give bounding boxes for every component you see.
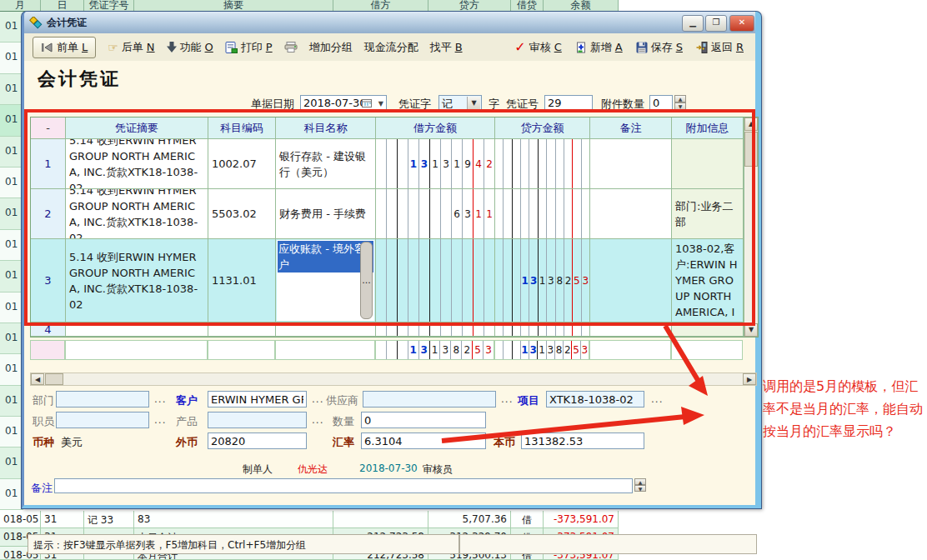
voucher-word-select[interactable]: 记 ▼ <box>438 95 482 112</box>
spin-up-icon[interactable]: ▲ <box>674 95 686 102</box>
grid-column-header[interactable]: 凭证摘要 <box>66 118 208 139</box>
restore-button[interactable]: ❐ <box>705 15 727 32</box>
spin-up-icon[interactable]: ▲ <box>634 478 646 485</box>
quantity-input[interactable] <box>361 412 486 428</box>
grid-cell-account-code[interactable]: 1131.01 <box>208 239 276 322</box>
grid-cell-note[interactable] <box>590 139 672 189</box>
balance-button[interactable]: 找平B <box>430 40 463 55</box>
foreign-amount-input[interactable] <box>208 432 307 449</box>
digit-cell <box>539 139 547 188</box>
minimize-button[interactable]: ▁ <box>682 15 704 32</box>
local-amount-input[interactable] <box>521 432 644 449</box>
supplier-lookup-button[interactable]: ... <box>501 393 513 405</box>
grid-cell-account-code[interactable]: 5503.02 <box>208 189 276 239</box>
customer-lookup-button[interactable]: ... <box>312 393 323 405</box>
product-lookup-button[interactable]: ... <box>312 414 323 426</box>
scrollbar-thumb[interactable] <box>744 132 758 167</box>
customer-input[interactable] <box>208 391 307 408</box>
calendar-icon[interactable] <box>362 98 372 111</box>
grid-cell-extra-info[interactable]: 项目:XTK18-1038-02,客户:ERWIN HYMER GROUP NO… <box>672 239 744 322</box>
project-lookup-button[interactable]: ... <box>651 393 663 405</box>
grid-cell-note[interactable] <box>590 189 672 239</box>
grid-cell-credit-amount[interactable] <box>495 189 590 239</box>
product-label: 产品 <box>176 414 198 429</box>
printer-button[interactable] <box>284 42 298 52</box>
grid-cell-summary[interactable]: 5.14 收到ERWIN HYMER GROUP NORTH AMERICA, … <box>66 189 208 239</box>
dept-input[interactable] <box>56 391 149 408</box>
grid-cell-debit-amount[interactable]: 6311 <box>376 189 495 239</box>
voucher-no-input[interactable]: 29 <box>544 95 593 112</box>
save-button[interactable]: 保存S <box>636 40 683 55</box>
window-titlebar[interactable]: 会计凭证 ▁ ❐ ✕ <box>24 12 755 33</box>
grid-column-header[interactable]: 备注 <box>590 118 672 139</box>
date-dropdown-icon[interactable]: ▼ <box>378 100 383 108</box>
new-button[interactable]: 新增A <box>575 40 623 55</box>
grid-row-seq[interactable]: 3 <box>31 239 66 322</box>
spin-down-icon[interactable]: ▼ <box>634 485 646 492</box>
date-input[interactable]: 2018-07-30 ▼ <box>300 95 387 112</box>
prev-voucher-button[interactable]: 前单L <box>33 37 96 58</box>
grid-cell-summary[interactable]: 5.14 收到ERWIN HYMER GROUP NORTH AMERICA, … <box>66 139 208 189</box>
scroll-down-icon[interactable]: ▼ <box>744 323 758 337</box>
spin-down-icon[interactable]: ▼ <box>674 102 686 110</box>
grid-row-seq[interactable]: 4 <box>31 322 66 337</box>
cashflow-button[interactable]: 现金流分配 <box>364 40 418 55</box>
scroll-up-icon[interactable]: ▲ <box>744 118 758 131</box>
project-input[interactable] <box>546 391 644 408</box>
digit-cell <box>573 139 581 188</box>
staff-input[interactable] <box>56 412 149 428</box>
grid-column-header[interactable]: 贷方金额 <box>495 118 590 139</box>
grid-cell-extra-info[interactable]: 部门:业务二部 <box>672 189 744 239</box>
grid-cell-debit-amount[interactable] <box>376 239 495 322</box>
grid-column-header[interactable]: - <box>31 118 66 139</box>
grid-cell-credit-amount[interactable] <box>495 139 590 189</box>
return-button[interactable]: 返回R <box>696 40 744 55</box>
scrollbar-thumb[interactable] <box>45 373 63 385</box>
grid-cell-account-name[interactable]: 应收账款 - 境外客户... <box>276 239 376 322</box>
grid-column-header[interactable]: 科目名称 <box>276 118 376 139</box>
remark-spinner[interactable]: ▲ ▼ <box>634 478 646 493</box>
grid-cell-note[interactable] <box>590 322 672 337</box>
functions-button[interactable]: 功能O <box>167 40 213 55</box>
next-voucher-button[interactable]: ☞后单N <box>108 40 154 55</box>
audit-button[interactable]: ✓审核C <box>514 40 561 55</box>
scroll-left-icon[interactable]: ◀ <box>31 373 44 385</box>
attachment-input[interactable]: 0 <box>649 95 673 112</box>
chevron-down-icon[interactable]: ▼ <box>467 97 480 110</box>
scroll-right-icon[interactable]: ▶ <box>743 373 756 385</box>
grid-column-header[interactable]: 科目编码 <box>208 118 276 139</box>
account-lookup-button[interactable]: ... <box>360 242 373 319</box>
add-group-button[interactable]: 增加分组 <box>309 40 353 55</box>
grid-cell-account-code[interactable] <box>208 322 276 337</box>
grid-row-seq[interactable]: 2 <box>31 189 66 239</box>
grid-cell-account-code[interactable]: 1002.07 <box>208 139 276 189</box>
print-button[interactable]: 打印P <box>225 40 273 55</box>
account-name-editor[interactable]: 应收账款 - 境外客户... <box>277 240 374 321</box>
grid-cell-account-name[interactable]: 财务费用 - 手续费 <box>276 189 376 239</box>
grid-column-header[interactable]: 借方金额 <box>376 118 495 139</box>
grid-cell-account-name[interactable]: 银行存款 - 建设银行（美元） <box>276 139 376 189</box>
grid-cell-credit-amount[interactable] <box>495 322 590 337</box>
grid-cell-summary[interactable] <box>66 322 208 337</box>
staff-lookup-button[interactable]: ... <box>154 414 166 426</box>
grid-cell-credit-amount[interactable]: 13138253 <box>495 239 590 322</box>
grid-column-header[interactable]: 附加信息 <box>672 118 744 139</box>
grid-row-seq[interactable]: 1 <box>31 139 66 189</box>
grid-cell-debit-amount[interactable]: 13131942 <box>376 139 495 189</box>
digit-cell <box>408 322 419 336</box>
grid-horizontal-scrollbar[interactable]: ◀ ▶ <box>30 372 757 386</box>
grid-cell-extra-info[interactable] <box>672 139 744 189</box>
product-input[interactable] <box>208 412 307 428</box>
grid-cell-note[interactable] <box>590 239 672 322</box>
grid-cell-extra-info[interactable] <box>672 322 744 337</box>
dept-lookup-button[interactable]: ... <box>154 393 166 405</box>
grid-cell-debit-amount[interactable] <box>376 322 495 337</box>
close-button[interactable]: ✕ <box>729 15 754 32</box>
grid-vertical-scrollbar[interactable]: ▲▼ <box>744 118 758 337</box>
grid-cell-account-name[interactable] <box>276 322 376 337</box>
attachment-spinner[interactable]: ▲ ▼ <box>674 95 686 112</box>
remark-input[interactable] <box>54 478 633 493</box>
exchange-rate-input[interactable] <box>361 432 486 449</box>
grid-cell-summary[interactable]: 5.14 收到ERWIN HYMER GROUP NORTH AMERICA, … <box>66 239 208 322</box>
supplier-input[interactable] <box>363 391 496 408</box>
